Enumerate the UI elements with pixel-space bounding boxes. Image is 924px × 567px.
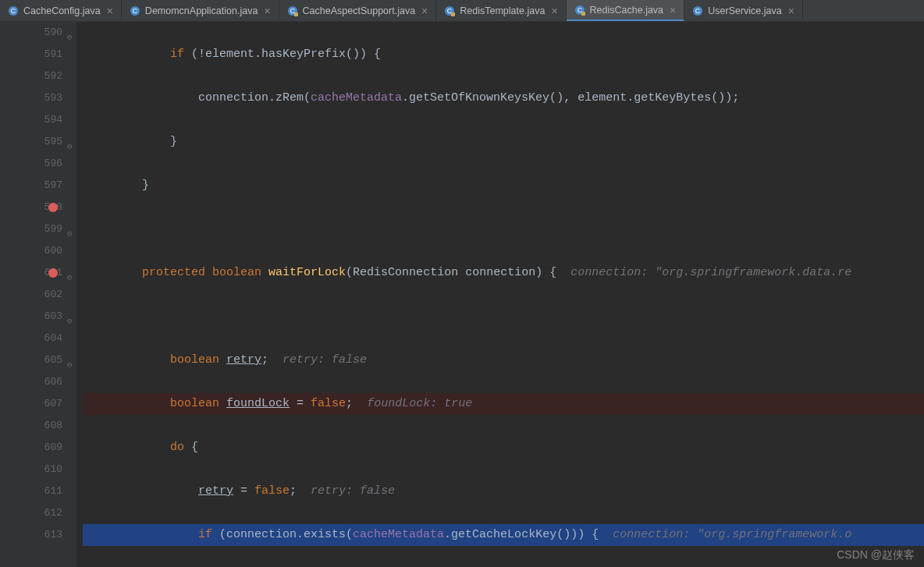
tab-label: UserService.java [708, 5, 781, 16]
code-line[interactable]: do { [83, 437, 924, 459]
line-number[interactable]: 607 [0, 393, 62, 415]
gutter[interactable]: 590 591 592 593 594 595 596 597 598 599 … [0, 22, 76, 567]
tab-redistemplate[interactable]: C RedisTemplate.java × [436, 0, 566, 21]
line-number[interactable]: 600 [0, 240, 62, 262]
tab-cacheconfig[interactable]: C CacheConfig.java × [0, 0, 122, 21]
line-number[interactable]: 611 [0, 480, 62, 502]
tab-bar: C CacheConfig.java × C DemomcnApplicatio… [0, 0, 924, 22]
line-number[interactable]: 590 [0, 22, 62, 44]
line-number[interactable]: 610 [0, 459, 62, 480]
breakpoint-icon[interactable] [48, 268, 58, 278]
close-icon[interactable]: × [264, 6, 270, 16]
java-class-icon: C [130, 5, 140, 16]
line-number[interactable]: 605 [0, 349, 62, 371]
svg-text:C: C [133, 7, 138, 15]
tab-demomcnapplication[interactable]: C DemomcnApplication.java × [122, 0, 279, 21]
fold-icon[interactable]: ⊖ [67, 310, 73, 332]
line-number[interactable]: 609 [0, 437, 62, 459]
tab-label: RedisCache.java [590, 5, 664, 16]
close-icon[interactable]: × [421, 6, 428, 16]
tab-label: DemomcnApplication.java [145, 5, 258, 16]
close-icon[interactable]: × [551, 6, 557, 16]
tab-label: RedisTemplate.java [460, 5, 545, 16]
java-lib-class-icon: C [444, 5, 455, 16]
svg-text:C: C [11, 7, 16, 15]
code-line[interactable]: } [83, 175, 924, 197]
line-number[interactable]: 595 [0, 131, 62, 153]
svg-rect-6 [294, 12, 298, 16]
line-number[interactable]: 612 [0, 502, 62, 524]
fold-icon[interactable]: ⊖ [67, 267, 73, 289]
svg-text:C: C [695, 7, 701, 15]
line-number[interactable]: 602 [0, 284, 62, 306]
close-icon[interactable]: × [788, 6, 794, 16]
tab-userservice[interactable]: C UserService.java × [684, 0, 803, 21]
editor: 590 591 592 593 594 595 596 597 598 599 … [0, 22, 924, 567]
tab-rediscache[interactable]: C RedisCache.java × [567, 0, 685, 21]
code-line[interactable]: retry = false; retry: false [83, 480, 924, 502]
breakpoint-icon[interactable] [48, 203, 58, 212]
fold-icon[interactable]: ⊖ [67, 136, 73, 158]
java-class-icon: C [8, 5, 19, 16]
code-line[interactable]: if (!element.hasKeyPrefix()) { [83, 44, 924, 66]
code-line[interactable]: if (connection.exists(cacheMetadata.getC… [83, 524, 924, 546]
line-number[interactable]: 613 [0, 524, 62, 546]
fold-icon[interactable]: ⊖ [67, 354, 73, 376]
code-area[interactable]: if (!element.hasKeyPrefix()) { connectio… [76, 22, 924, 567]
code-line[interactable]: protected boolean waitForLock(RedisConne… [83, 262, 924, 284]
line-number[interactable]: 591 [0, 44, 62, 66]
code-line[interactable] [83, 218, 924, 240]
fold-icon[interactable]: ⊖ [67, 27, 73, 48]
line-number[interactable]: 593 [0, 87, 62, 109]
tab-label: CacheConfig.java [23, 5, 101, 16]
line-number[interactable]: 592 [0, 66, 62, 87]
code-line[interactable] [83, 306, 924, 328]
line-number[interactable]: 604 [0, 328, 62, 349]
tab-cacheaspectsupport[interactable]: C CacheAspectSupport.java × [279, 0, 437, 21]
tab-label: CacheAspectSupport.java [303, 5, 416, 16]
line-number[interactable]: 608 [0, 415, 62, 437]
line-number[interactable]: 594 [0, 109, 62, 131]
java-lib-class-icon: C [574, 5, 585, 16]
svg-rect-9 [451, 12, 455, 16]
java-lib-class-icon: C [287, 5, 298, 16]
fold-icon[interactable]: ⊖ [67, 223, 73, 245]
line-number[interactable]: 599 [0, 218, 62, 240]
svg-rect-12 [581, 12, 585, 16]
code-line[interactable]: connection.zRem(cacheMetadata.getSetOfKn… [83, 87, 924, 109]
line-number[interactable]: 606 [0, 371, 62, 393]
line-number[interactable]: 596 [0, 153, 62, 175]
code-line[interactable]: } [83, 131, 924, 153]
java-class-icon: C [692, 5, 703, 16]
close-icon[interactable]: × [107, 6, 113, 16]
line-number[interactable]: 603 [0, 306, 62, 328]
watermark: CSDN @赵侠客 [837, 548, 915, 562]
close-icon[interactable]: × [670, 5, 676, 15]
line-number[interactable]: 597 [0, 175, 62, 197]
code-line[interactable]: boolean foundLock = false; foundLock: tr… [83, 393, 924, 415]
code-line[interactable]: boolean retry; retry: false [83, 349, 924, 371]
